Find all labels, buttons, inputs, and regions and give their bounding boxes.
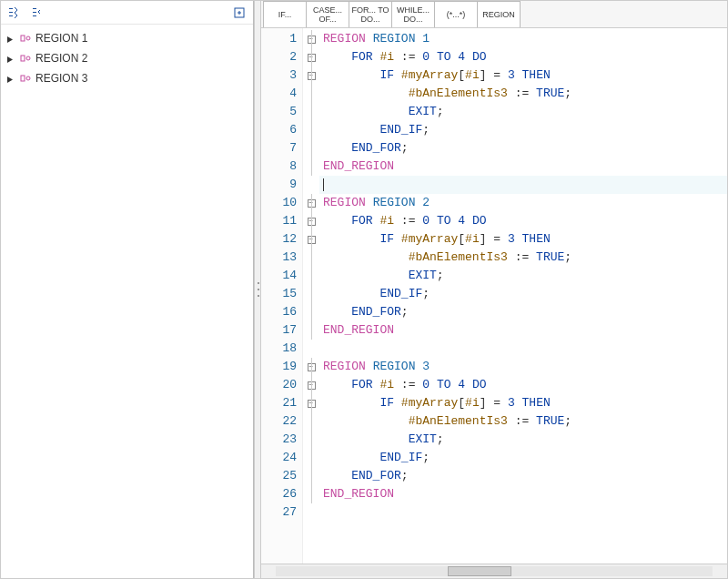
snippet-button[interactable]: CASE... OF... xyxy=(306,1,349,27)
line-number: 1 xyxy=(261,30,302,48)
caret-right-icon xyxy=(6,34,15,43)
line-number: 25 xyxy=(261,467,302,485)
app-root: REGION 1REGION 2REGION 3 IF...CASE... OF… xyxy=(0,0,728,579)
line-number: 24 xyxy=(261,449,302,467)
code-line[interactable]: EXIT; xyxy=(319,103,727,121)
sidebar: REGION 1REGION 2REGION 3 xyxy=(1,1,254,578)
code-line[interactable] xyxy=(319,503,727,522)
code-line[interactable]: END_IF; xyxy=(319,121,727,139)
fold-cell xyxy=(303,431,319,449)
scrollbar-thumb[interactable] xyxy=(448,566,511,576)
region-icon xyxy=(19,72,32,85)
line-number: 5 xyxy=(261,103,302,121)
code-line[interactable]: END_FOR; xyxy=(319,303,727,321)
fold-cell xyxy=(303,340,319,358)
code-line[interactable]: #bAnElementIs3 := TRUE; xyxy=(319,412,727,431)
fold-cell xyxy=(303,449,319,467)
vertical-splitter[interactable] xyxy=(254,1,261,578)
code-line[interactable]: IF #myArray[#i] = 3 THEN xyxy=(319,66,727,85)
fold-cell xyxy=(303,249,319,267)
fold-gutter: −−−−−−−−− xyxy=(303,28,319,564)
region-icon xyxy=(19,52,32,65)
tree-item-label: REGION 3 xyxy=(35,72,87,85)
code-line[interactable]: FOR #i := 0 TO 4 DO xyxy=(319,48,727,66)
line-number: 19 xyxy=(261,358,302,376)
code-line[interactable]: END_REGION xyxy=(319,157,727,176)
line-number: 8 xyxy=(261,157,302,176)
tree-item[interactable]: REGION 3 xyxy=(1,68,253,88)
svg-point-2 xyxy=(26,36,30,40)
line-number: 27 xyxy=(261,503,302,522)
code-line[interactable]: REGION REGION 2 xyxy=(319,194,727,212)
code-line[interactable]: END_FOR; xyxy=(319,467,727,485)
region-icon xyxy=(19,32,32,45)
svg-rect-3 xyxy=(21,56,25,61)
line-number: 9 xyxy=(261,176,302,194)
code-line[interactable]: END_FOR; xyxy=(319,139,727,157)
tree-item[interactable]: REGION 2 xyxy=(1,48,253,68)
fold-cell xyxy=(303,121,319,139)
line-number: 20 xyxy=(261,376,302,394)
snippet-button[interactable]: REGION xyxy=(477,1,521,27)
sync-view-icon[interactable] xyxy=(229,3,249,23)
code-line[interactable]: END_IF; xyxy=(319,285,727,303)
code-line[interactable]: END_REGION xyxy=(319,321,727,340)
code-line[interactable]: REGION REGION 3 xyxy=(319,358,727,376)
sidebar-toolbar xyxy=(1,1,253,25)
code-line[interactable]: EXIT; xyxy=(319,267,727,285)
code-line[interactable]: REGION REGION 1 xyxy=(319,30,727,48)
code-area[interactable]: 1234567891011121314151617181920212223242… xyxy=(261,28,727,564)
code-line[interactable]: #bAnElementIs3 := TRUE; xyxy=(319,85,727,103)
fold-cell xyxy=(303,157,319,176)
line-number: 15 xyxy=(261,285,302,303)
tree-item-label: REGION 2 xyxy=(35,52,87,65)
code-line[interactable]: END_IF; xyxy=(319,449,727,467)
code-line[interactable]: IF #myArray[#i] = 3 THEN xyxy=(319,230,727,249)
snippet-toolbar: IF...CASE... OF...FOR... TO DO...WHILE..… xyxy=(261,1,727,28)
fold-cell xyxy=(303,303,319,321)
code-line[interactable]: END_REGION xyxy=(319,485,727,503)
line-number: 11 xyxy=(261,212,302,230)
fold-cell: − xyxy=(303,30,319,48)
caret-right-icon xyxy=(6,54,15,63)
code-line[interactable]: IF #myArray[#i] = 3 THEN xyxy=(319,394,727,412)
fold-cell xyxy=(303,103,319,121)
code-line[interactable]: FOR #i := 0 TO 4 DO xyxy=(319,212,727,230)
code-line[interactable] xyxy=(319,176,727,194)
snippet-button[interactable]: IF... xyxy=(263,1,307,27)
fold-cell xyxy=(303,321,319,340)
fold-cell xyxy=(303,503,319,522)
fold-cell: − xyxy=(303,230,319,249)
region-tree: REGION 1REGION 2REGION 3 xyxy=(1,25,253,578)
line-number: 12 xyxy=(261,230,302,249)
fold-cell xyxy=(303,485,319,503)
line-number: 26 xyxy=(261,485,302,503)
fold-cell: − xyxy=(303,48,319,66)
fold-cell: − xyxy=(303,212,319,230)
snippet-button[interactable]: WHILE... DO... xyxy=(391,1,435,27)
snippet-button[interactable]: (*...*) xyxy=(434,1,478,27)
fold-cell: − xyxy=(303,194,319,212)
caret-right-icon xyxy=(6,74,15,83)
fold-cell: − xyxy=(303,66,319,85)
line-number: 22 xyxy=(261,412,302,431)
fold-cell: − xyxy=(303,376,319,394)
code-text[interactable]: REGION REGION 1 FOR #i := 0 TO 4 DO IF #… xyxy=(319,28,727,564)
code-line[interactable]: #bAnElementIs3 := TRUE; xyxy=(319,249,727,267)
fold-cell xyxy=(303,285,319,303)
code-line[interactable]: FOR #i := 0 TO 4 DO xyxy=(319,376,727,394)
tree-item[interactable]: REGION 1 xyxy=(1,28,253,48)
horizontal-scrollbar[interactable] xyxy=(261,564,727,578)
tree-item-label: REGION 1 xyxy=(35,32,87,45)
code-line[interactable]: EXIT; xyxy=(319,431,727,449)
fold-cell xyxy=(303,85,319,103)
line-number: 3 xyxy=(261,66,302,85)
snippet-button[interactable]: FOR... TO DO... xyxy=(349,1,392,27)
collapse-all-icon[interactable] xyxy=(28,3,48,23)
code-line[interactable] xyxy=(319,340,727,358)
svg-rect-1 xyxy=(21,36,25,41)
expand-all-icon[interactable] xyxy=(5,3,25,23)
line-number: 10 xyxy=(261,194,302,212)
fold-cell: − xyxy=(303,358,319,376)
fold-cell xyxy=(303,139,319,157)
